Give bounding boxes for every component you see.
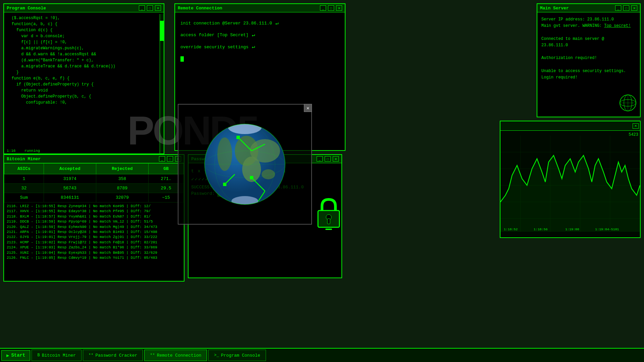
graph-counter: 5423 <box>629 132 638 137</box>
bitcoin-miner-titlebar: Bitcoin Miner _ □ ✕ <box>4 155 184 163</box>
server-access-denied: Unable to access security settings.Login… <box>541 68 636 81</box>
globe-overlay: ✕ <box>178 104 312 225</box>
minimize-button[interactable]: _ <box>615 5 621 11</box>
server-ip: Server IP address: 23.86.111.0 <box>541 16 636 23</box>
server-warning: Main gvt server. WARNING: Top secret! <box>541 23 636 29</box>
close-button[interactable]: ✕ <box>155 5 161 11</box>
minimize-button[interactable]: _ <box>159 156 165 162</box>
svg-text:1:19:00: 1:19:00 <box>565 228 579 231</box>
svg-rect-22 <box>325 229 332 230</box>
remote-text-1: init connection @Server 23.86.111.0 <box>180 19 272 28</box>
list-item: 2117. XHVX - [1:18:55] Resp Edayo^38 | N… <box>7 209 181 214</box>
code-text: ($.accessRqst = !0), function(a, b, c) {… <box>7 15 161 106</box>
bitcoin-miner-window: Bitcoin Miner _ □ ✕ ASICs Accepted Rejec… <box>3 154 184 282</box>
table-row: 32 56743 8789 29.5 <box>4 184 184 193</box>
svg-marker-14 <box>500 156 640 232</box>
main-server-window: Main Server _ □ ✕ Server IP address: 23.… <box>537 3 641 117</box>
col-asics: ASICs <box>4 164 44 174</box>
lock-area <box>315 198 342 233</box>
network-graph-window: ✕ 5423 1:18:52 1:18:56 <box>500 121 641 238</box>
svg-rect-38 <box>236 136 240 139</box>
svg-rect-41 <box>250 176 253 179</box>
remote-line-3: override security settings ↵ <box>180 41 339 53</box>
remote-text-2: access folder [Top Secret] <box>180 31 249 40</box>
table-row-sum: Sum 8346131 32079 ~15 <box>4 193 184 202</box>
scrollbar[interactable] <box>160 14 164 154</box>
svg-rect-21 <box>327 219 330 224</box>
lock-icon <box>315 198 342 231</box>
col-accepted: Accepted <box>44 164 96 174</box>
taskbar-remote-connection[interactable]: ** Remote Connection <box>144 350 207 361</box>
close-button[interactable]: ✕ <box>336 5 342 11</box>
taskbar-bitcoin-miner[interactable]: B Bitcoin Miner <box>32 350 82 361</box>
remote-icon: ** <box>150 353 155 358</box>
col-rejected: Rejected <box>96 164 148 174</box>
start-label: Start <box>11 353 25 358</box>
server-connected: Connected to main server @23.86.111.0 <box>541 36 636 49</box>
start-icon: ▶ <box>6 353 9 358</box>
minimize-button[interactable]: _ <box>317 156 323 162</box>
program-console-window: Program Console _ □ ✕ ($.accessRqst = !0… <box>3 3 164 154</box>
password-icon: ** <box>89 353 93 358</box>
globe-close-button[interactable]: ✕ <box>304 104 312 112</box>
close-button[interactable]: ✕ <box>333 156 339 162</box>
maximize-button[interactable]: □ <box>167 156 173 162</box>
remote-connection-title: Remote Connection <box>178 6 222 11</box>
list-item: 2118. BXLM - [1:18:57] Resp Yvymh&61 | N… <box>7 214 181 219</box>
remote-line-1: init connection @Server 23.86.111.0 ↵ <box>180 18 339 29</box>
maximize-button[interactable]: □ <box>623 5 629 11</box>
scrollbar-thumb <box>160 21 164 41</box>
list-item: 2121. ARPA - [1:19:01] Resp Oclcy@28 | N… <box>7 230 181 235</box>
start-button[interactable]: ▶ Start <box>1 350 30 361</box>
globe-decoration <box>619 94 637 114</box>
maximize-button[interactable]: □ <box>328 5 334 11</box>
svg-point-28 <box>250 139 280 163</box>
minimize-button[interactable]: _ <box>320 5 326 11</box>
maximize-button[interactable]: □ <box>147 5 153 11</box>
main-server-titlebar: Main Server _ □ ✕ <box>537 4 640 12</box>
cursor-line <box>180 56 339 66</box>
list-item: 2124. XPUE - [1:19:03] Resp Zazbs_24 | N… <box>7 245 181 250</box>
remote-content: init connection @Server 23.86.111.0 ↵ ac… <box>175 12 345 71</box>
globe-icon <box>619 94 637 112</box>
taskbar-password-cracker[interactable]: ** Password Cracker <box>83 350 143 361</box>
svg-text:1:19:04-5101: 1:19:04-5101 <box>595 228 619 231</box>
close-graph-button[interactable]: ✕ <box>633 123 639 129</box>
program-console-title: Program Console <box>7 6 46 11</box>
network-graph-svg: 1:18:52 1:18:56 1:19:00 1:19:04-5101 <box>500 131 640 237</box>
main-server-title: Main Server <box>540 6 569 11</box>
maximize-button[interactable]: □ <box>325 156 331 162</box>
server-auth: Authorization required! <box>541 55 636 61</box>
list-item: 2116. LRIZ - [1:18:55] Resp Zyneq#34 | N… <box>7 204 181 209</box>
list-item: 2120. QALZ - [1:18:59] Resp Eyhmx%90 | N… <box>7 225 181 230</box>
table-row: 1 31974 358 271. <box>4 174 184 184</box>
graph-controls: ✕ <box>500 121 640 131</box>
close-button[interactable]: ✕ <box>631 5 637 11</box>
svg-text:1:18:56: 1:18:56 <box>534 228 548 231</box>
remote-text-3: override security settings <box>180 43 249 52</box>
cursor-block <box>180 56 184 62</box>
graph-content: 5423 1:18:52 1:18:56 1:19:00 <box>500 131 640 237</box>
program-console-controls: _ □ ✕ <box>139 5 161 11</box>
console-icon: >_ <box>214 353 219 358</box>
password-cracker-controls: _ □ ✕ <box>317 156 339 162</box>
taskbar-program-console[interactable]: >_ Program Console <box>208 350 266 361</box>
remote-line-2: access folder [Top Secret] ↵ <box>180 29 339 41</box>
list-item: 2125. XUNI - [1:19:04] Resp Eyexp%33 | N… <box>7 250 181 255</box>
bitcoin-miner-taskbar-label: Bitcoin Miner <box>42 353 76 358</box>
console-status: 1:16 running <box>7 149 40 153</box>
minimize-button[interactable]: _ <box>139 5 145 11</box>
bitcoin-icon: B <box>37 353 40 358</box>
svg-rect-43 <box>223 183 226 186</box>
desktop: Program Console _ □ ✕ ($.accessRqst = !0… <box>0 0 644 362</box>
list-item: 2122. OJYG - [1:19:01] Resp Vrojj-79 | N… <box>7 235 181 240</box>
taskbar: ▶ Start B Bitcoin Miner ** Password Crac… <box>0 348 644 362</box>
svg-text:1:18:52: 1:18:52 <box>504 228 518 231</box>
enter-icon-2: ↵ <box>252 29 255 41</box>
svg-point-29 <box>262 169 275 179</box>
list-item: 2126. FNLC - [1:19:05] Resp Cdmvy^19 | N… <box>7 255 181 260</box>
remote-connection-titlebar: Remote Connection _ □ ✕ <box>175 4 345 12</box>
log-area: 2116. LRIZ - [1:18:55] Resp Zyneq#34 | N… <box>4 202 184 269</box>
bitcoin-miner-title: Bitcoin Miner <box>7 157 41 162</box>
password-cracker-taskbar-label: Password Cracker <box>95 353 137 358</box>
